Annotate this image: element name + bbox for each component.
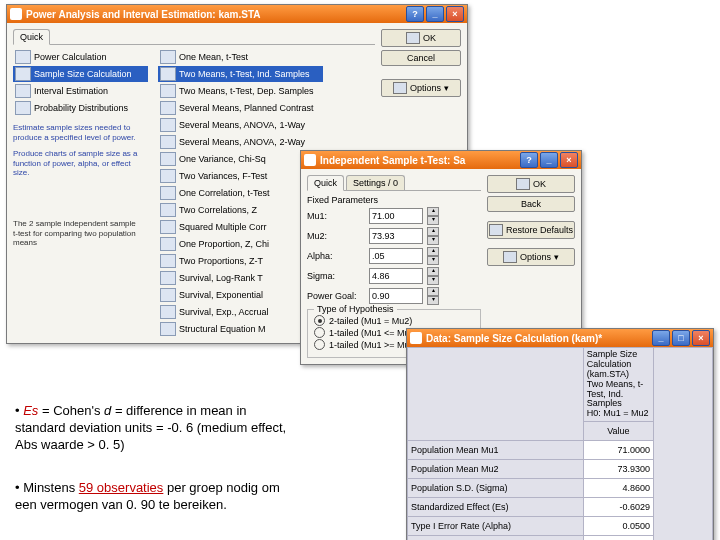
results-table: Sample Size Calculation (kam.STA)Two Mea… <box>407 347 713 540</box>
window-title: Data: Sample Size Calculation (kam)* <box>426 333 652 344</box>
spin-down[interactable]: ▾ <box>427 236 439 245</box>
menu-item[interactable]: Power Calculation <box>13 49 148 65</box>
titlebar: Power Analysis and Interval Estimation: … <box>7 5 467 23</box>
test-item[interactable]: Several Means, ANOVA, 1-Way <box>158 117 323 133</box>
item-label: Sample Size Calculation <box>34 69 132 79</box>
radio-icon <box>314 339 325 350</box>
item-icon <box>160 67 176 81</box>
alpha-input[interactable] <box>369 248 423 264</box>
spin-down[interactable]: ▾ <box>427 216 439 225</box>
tabs: Quick <box>13 29 375 45</box>
test-item[interactable]: Two Correlations, Z <box>158 202 323 218</box>
test-item[interactable]: One Mean, t-Test <box>158 49 323 65</box>
test-item[interactable]: Several Means, Planned Contrast <box>158 100 323 116</box>
item-icon <box>15 67 31 81</box>
close-button[interactable]: × <box>692 330 710 346</box>
radio-2tailed[interactable]: 2-tailed (Mu1 = Mu2) <box>314 315 474 326</box>
spin-up[interactable]: ▴ <box>427 207 439 216</box>
spin-up[interactable]: ▴ <box>427 227 439 236</box>
test-item[interactable]: Squared Multiple Corr <box>158 219 323 235</box>
test-item-selected[interactable]: Two Means, t-Test, Ind. Samples <box>158 66 323 82</box>
item-label: One Proportion, Z, Chi <box>179 239 269 249</box>
test-item[interactable]: Survival, Exponential <box>158 287 323 303</box>
item-label: One Mean, t-Test <box>179 52 248 62</box>
spin-up[interactable]: ▴ <box>427 267 439 276</box>
item-label: Two Means, t-Test, Ind. Samples <box>179 69 310 79</box>
test-item[interactable]: Two Proportions, Z-T <box>158 253 323 269</box>
spin-up[interactable]: ▴ <box>427 247 439 256</box>
item-icon <box>160 271 176 285</box>
row-label: Population S.D. (Sigma) <box>408 479 584 498</box>
row-value: 4.8600 <box>583 479 653 498</box>
maximize-button[interactable]: □ <box>672 330 690 346</box>
minimize-button[interactable]: _ <box>426 6 444 22</box>
mu1-input[interactable] <box>369 208 423 224</box>
row-label: Standardized Effect (Es) <box>408 498 584 517</box>
item-label: Two Variances, F-Test <box>179 171 267 181</box>
ok-button[interactable]: OK <box>487 175 575 193</box>
row-value: 73.9300 <box>583 460 653 479</box>
test-item[interactable]: One Correlation, t-Test <box>158 185 323 201</box>
menu-item[interactable]: Interval Estimation <box>13 83 148 99</box>
minimize-button[interactable]: _ <box>652 330 670 346</box>
test-item[interactable]: Two Variances, F-Test <box>158 168 323 184</box>
item-label: Two Correlations, Z <box>179 205 257 215</box>
radio-icon <box>314 327 325 338</box>
tab-quick[interactable]: Quick <box>13 29 50 45</box>
item-icon <box>160 322 176 336</box>
spin-down[interactable]: ▾ <box>427 296 439 305</box>
item-icon <box>160 50 176 64</box>
item-icon <box>160 220 176 234</box>
spin-down[interactable]: ▾ <box>427 276 439 285</box>
cancel-button[interactable]: Cancel <box>381 50 461 66</box>
ok-button[interactable]: OK <box>381 29 461 47</box>
item-label: Structural Equation M <box>179 324 266 334</box>
tab-settings[interactable]: Settings / 0 <box>346 175 405 190</box>
app-icon <box>10 8 22 20</box>
menu-item[interactable]: Probability Distributions <box>13 100 148 116</box>
radio-label: 2-tailed (Mu1 = Mu2) <box>329 316 412 326</box>
test-item[interactable]: Several Means, ANOVA, 2-Way <box>158 134 323 150</box>
back-button[interactable]: Back <box>487 196 575 212</box>
app-icon <box>304 154 316 166</box>
note-es: • Es = Cohen's d = difference in mean in… <box>15 403 295 454</box>
powergoal-input[interactable] <box>369 288 423 304</box>
test-item[interactable]: One Proportion, Z, Chi <box>158 236 323 252</box>
powergoal-label: Power Goal: <box>307 291 365 301</box>
item-icon <box>15 50 31 64</box>
options-button[interactable]: Options ▾ <box>381 79 461 97</box>
test-item[interactable]: Two Means, t-Test, Dep. Samples <box>158 83 323 99</box>
test-item[interactable]: Survival, Exp., Accrual <box>158 304 323 320</box>
close-button[interactable]: × <box>446 6 464 22</box>
item-label: Probability Distributions <box>34 103 128 113</box>
sigma-label: Sigma: <box>307 271 365 281</box>
group-title: Type of Hypothesis <box>314 304 397 314</box>
restore-button[interactable]: Restore Defaults <box>487 221 575 239</box>
spin-down[interactable]: ▾ <box>427 256 439 265</box>
row-value: 1.9806 <box>583 536 653 540</box>
item-label: Two Proportions, Z-T <box>179 256 263 266</box>
item-label: Survival, Log-Rank T <box>179 273 263 283</box>
item-icon <box>160 288 176 302</box>
spin-up[interactable]: ▴ <box>427 287 439 296</box>
sigma-input[interactable] <box>369 268 423 284</box>
note-observations: • Minstens 59 observaties per groep nodi… <box>15 480 295 514</box>
item-label: Power Calculation <box>34 52 107 62</box>
item-label: Several Means, Planned Contrast <box>179 103 314 113</box>
item-label: Squared Multiple Corr <box>179 222 267 232</box>
tab-quick[interactable]: Quick <box>307 175 344 191</box>
menu-item-selected[interactable]: Sample Size Calculation <box>13 66 148 82</box>
item-icon <box>160 186 176 200</box>
help-button[interactable]: ? <box>406 6 424 22</box>
test-item[interactable]: Structural Equation M <box>158 321 323 337</box>
options-icon <box>503 251 517 263</box>
mu2-input[interactable] <box>369 228 423 244</box>
help-button[interactable]: ? <box>520 152 538 168</box>
item-icon <box>160 169 176 183</box>
close-button[interactable]: × <box>560 152 578 168</box>
row-value: 0.0500 <box>583 517 653 536</box>
minimize-button[interactable]: _ <box>540 152 558 168</box>
test-item[interactable]: One Variance, Chi-Sq <box>158 151 323 167</box>
test-item[interactable]: Survival, Log-Rank T <box>158 270 323 286</box>
options-button[interactable]: Options ▾ <box>487 248 575 266</box>
